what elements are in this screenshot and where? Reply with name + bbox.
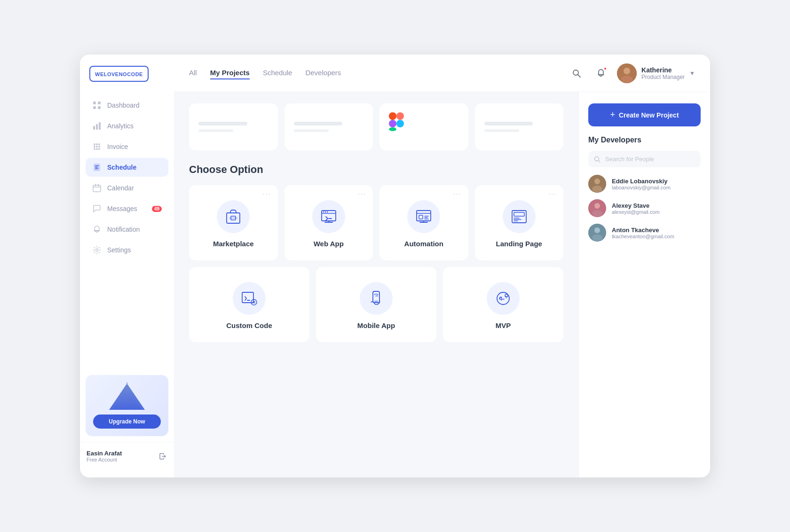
user-profile[interactable]: Katherine Product Manager ▼ bbox=[617, 63, 695, 83]
project-card-4[interactable] bbox=[475, 103, 564, 150]
option-card-landingpage[interactable]: ··· Landing Page bbox=[475, 185, 564, 260]
footer-user-role: Free Account bbox=[87, 457, 122, 462]
bar-chart-icon bbox=[92, 121, 102, 131]
svg-rect-40 bbox=[389, 127, 396, 131]
developer-item[interactable]: Anton Tkacheve tkacheveanton@gmail.com bbox=[588, 224, 701, 242]
svg-point-73 bbox=[499, 297, 501, 299]
tab-schedule[interactable]: Schedule bbox=[263, 67, 292, 79]
sidebar-item-calendar[interactable]: Calendar bbox=[86, 179, 168, 197]
sidebar-item-schedule[interactable]: Schedule bbox=[86, 158, 168, 177]
project-card-sub bbox=[294, 129, 329, 132]
svg-point-9 bbox=[98, 143, 100, 145]
svg-rect-66 bbox=[242, 292, 253, 303]
developer-item[interactable]: Eddie Lobanovskiy laboanovskiy@gmail.com bbox=[588, 175, 701, 193]
project-card-title bbox=[198, 122, 247, 125]
svg-rect-55 bbox=[419, 215, 423, 219]
svg-rect-2 bbox=[93, 106, 96, 109]
tab-all[interactable]: All bbox=[189, 67, 197, 79]
header-actions: Katherine Product Manager ▼ bbox=[568, 63, 695, 83]
option-card-mobileapp[interactable]: Mobile App bbox=[316, 267, 436, 342]
sidebar-bottom: Upgrade Now bbox=[80, 369, 174, 436]
tab-my-projects[interactable]: My Projects bbox=[210, 67, 250, 79]
option-label: Mobile App bbox=[357, 321, 395, 329]
project-card-2[interactable] bbox=[284, 103, 373, 150]
svg-point-48 bbox=[325, 211, 326, 212]
gear-icon bbox=[92, 245, 102, 255]
sidebar-item-dashboard[interactable]: Dashboard bbox=[86, 96, 168, 115]
notification-dot bbox=[603, 67, 607, 70]
option-label: Custom Code bbox=[226, 321, 272, 329]
svg-point-15 bbox=[98, 148, 100, 150]
option-card-automation[interactable]: ··· bbox=[379, 185, 468, 260]
option-card-marketplace[interactable]: ··· Marketplace bbox=[189, 185, 278, 260]
option-card-mvp[interactable]: ? MVP bbox=[443, 267, 563, 342]
sidebar-item-label: Analytics bbox=[107, 122, 134, 130]
svg-point-78 bbox=[594, 179, 600, 184]
sidebar-item-invoice[interactable]: Invoice bbox=[86, 137, 168, 156]
header: All My Projects Schedule Developers bbox=[174, 55, 710, 92]
figma-logo bbox=[389, 112, 459, 131]
search-button[interactable] bbox=[568, 65, 585, 82]
sidebar-item-settings[interactable]: Settings bbox=[86, 241, 168, 259]
svg-point-33 bbox=[624, 68, 630, 74]
nav-menu: Dashboard Analytics bbox=[80, 96, 174, 369]
svg-point-82 bbox=[592, 210, 602, 217]
svg-rect-6 bbox=[99, 122, 101, 130]
chevron-down-icon: ▼ bbox=[689, 70, 695, 77]
marketplace-icon-circle bbox=[217, 200, 250, 233]
svg-point-8 bbox=[96, 143, 98, 145]
dev-avatar bbox=[588, 224, 606, 242]
logout-icon[interactable] bbox=[159, 452, 167, 461]
svg-point-14 bbox=[96, 148, 98, 150]
svg-rect-1 bbox=[98, 102, 101, 104]
logo: WELOVENOCODE bbox=[89, 66, 149, 82]
svg-rect-3 bbox=[98, 106, 101, 109]
svg-point-34 bbox=[621, 76, 632, 83]
invoice-icon bbox=[92, 142, 102, 151]
calendar-icon bbox=[92, 183, 102, 193]
my-developers-title: My Developers bbox=[588, 136, 701, 144]
svg-point-12 bbox=[98, 146, 100, 148]
project-card-figma[interactable] bbox=[379, 103, 468, 150]
automation-icon-circle bbox=[407, 200, 440, 233]
tab-developers[interactable]: Developers bbox=[305, 67, 341, 79]
sidebar: WELOVENOCODE Dashboard bbox=[80, 55, 174, 477]
option-label: Marketplace bbox=[213, 240, 254, 248]
sidebar-item-messages[interactable]: Messages 49 bbox=[86, 199, 168, 218]
svg-text:?: ? bbox=[505, 296, 507, 299]
create-new-project-button[interactable]: + Create New Project bbox=[588, 103, 701, 126]
bell-icon bbox=[92, 225, 102, 234]
search-people-placeholder: Search for People bbox=[605, 156, 654, 163]
sidebar-item-notification[interactable]: Notification bbox=[86, 220, 168, 239]
dev-email: laboanovskiy@gmail.com bbox=[612, 185, 671, 190]
webapp-icon-circle bbox=[312, 200, 345, 233]
sidebar-item-label: Settings bbox=[107, 246, 131, 254]
svg-rect-4 bbox=[93, 126, 95, 130]
content-area: Choose Option ··· bbox=[174, 92, 710, 477]
svg-rect-62 bbox=[514, 212, 524, 216]
options-grid-row2: Custom Code bbox=[189, 267, 563, 342]
option-card-webapp[interactable]: ··· bbox=[284, 185, 373, 260]
messages-badge: 49 bbox=[152, 206, 162, 212]
svg-line-76 bbox=[599, 160, 600, 162]
project-cards-row bbox=[189, 103, 563, 150]
header-tabs: All My Projects Schedule Developers bbox=[189, 67, 553, 79]
sidebar-item-analytics[interactable]: Analytics bbox=[86, 117, 168, 135]
developer-item[interactable]: Alexey Stave alexeyst@gmail.com bbox=[588, 199, 701, 217]
search-people-input[interactable]: Search for People bbox=[588, 151, 701, 167]
card-dots: ··· bbox=[453, 190, 462, 197]
svg-point-79 bbox=[592, 186, 602, 192]
project-card-title bbox=[294, 122, 343, 125]
option-label: Landing Page bbox=[496, 240, 542, 248]
project-card-1[interactable] bbox=[189, 103, 278, 150]
main-content: All My Projects Schedule Developers bbox=[174, 55, 710, 477]
grid-icon bbox=[92, 101, 102, 110]
card-dots: ··· bbox=[548, 190, 557, 197]
upgrade-button[interactable]: Upgrade Now bbox=[93, 415, 161, 429]
section-title: Choose Option bbox=[189, 164, 563, 176]
sidebar-item-label: Invoice bbox=[107, 143, 128, 150]
svg-rect-0 bbox=[93, 102, 96, 104]
notification-button[interactable] bbox=[592, 65, 609, 82]
upgrade-banner: Upgrade Now bbox=[86, 375, 168, 436]
option-card-customcode[interactable]: Custom Code bbox=[189, 267, 309, 342]
